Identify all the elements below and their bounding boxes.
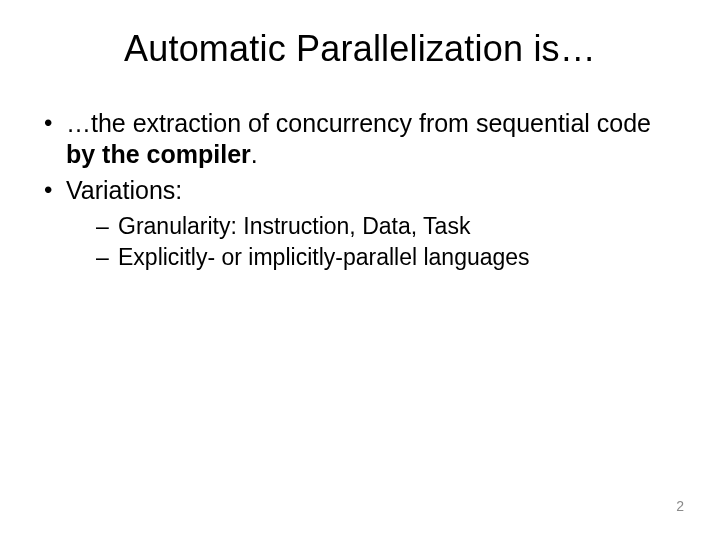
page-number: 2 [676,498,684,514]
sub-bullet-list: Granularity: Instruction, Data, Task Exp… [96,212,680,272]
bullet-1-post: . [251,140,258,168]
sub-bullet-1: Granularity: Instruction, Data, Task [96,212,680,241]
bullet-1-pre: …the extraction of concurrency from sequ… [66,109,651,137]
bullet-item-1: …the extraction of concurrency from sequ… [40,108,680,171]
bullet-list: …the extraction of concurrency from sequ… [40,108,680,271]
bullet-1-bold: by the compiler [66,140,251,168]
bullet-item-2: Variations: Granularity: Instruction, Da… [40,175,680,272]
slide-title: Automatic Parallelization is… [40,28,680,70]
sub-bullet-2: Explicitly- or implicitly-parallel langu… [96,243,680,272]
slide: Automatic Parallelization is… …the extra… [0,0,720,540]
bullet-2-text: Variations: [66,176,182,204]
